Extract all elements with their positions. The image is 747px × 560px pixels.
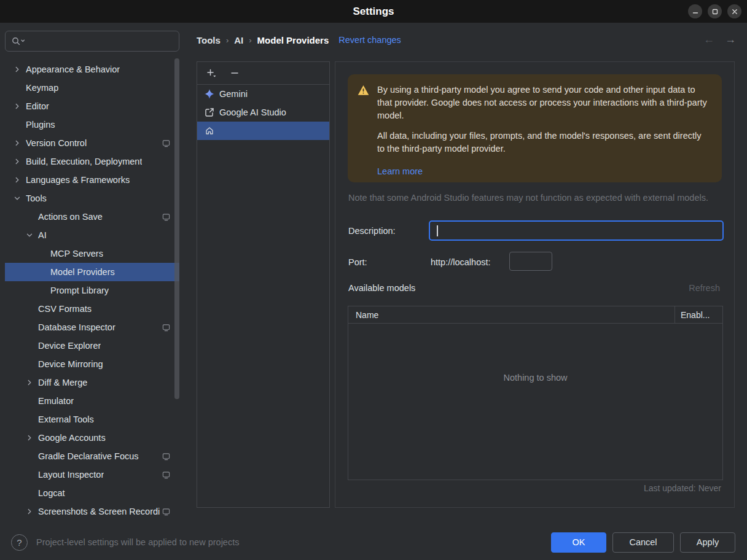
sidebar-item-label: Appearance & Behavior (26, 64, 120, 74)
sidebar-item-google-accounts[interactable]: Google Accounts (5, 429, 179, 447)
sidebar-item-plugins[interactable]: Plugins (5, 115, 179, 134)
sidebar-item-device-mirroring[interactable]: Device Mirroring (5, 355, 179, 373)
sidebar-item-diff-merge[interactable]: Diff & Merge (5, 373, 179, 392)
breadcrumb-ai[interactable]: AI (234, 35, 243, 45)
table-empty-text: Nothing to show (348, 324, 722, 383)
sidebar-item-layout-inspector[interactable]: Layout Inspector (5, 465, 179, 484)
sidebar-item-external-tools[interactable]: External Tools (5, 410, 179, 429)
column-header-enabled[interactable]: Enabl... (675, 306, 722, 323)
monitor-icon (162, 508, 170, 516)
sidebar-item-version-control[interactable]: Version Control (5, 134, 179, 152)
external-models-note: Note that some Android Studio features m… (348, 193, 708, 203)
sidebar-item-label: Gradle Declarative Focus (38, 451, 139, 461)
cancel-button[interactable]: Cancel (612, 532, 674, 553)
back-arrow-icon[interactable]: ← (703, 33, 714, 46)
monitor-icon (162, 324, 170, 332)
search-field[interactable] (5, 31, 179, 52)
home-icon (205, 126, 214, 136)
sidebar-item-label: CSV Formats (38, 304, 92, 314)
sidebar-item-appearance-behavior[interactable]: Appearance & Behavior (5, 60, 179, 79)
sidebar-item-screenshots-screen-recordi[interactable]: Screenshots & Screen Recordi (5, 502, 179, 519)
sidebar-item-gradle-declarative-focus[interactable]: Gradle Declarative Focus (5, 447, 179, 465)
sidebar-item-ai[interactable]: AI (5, 226, 179, 244)
column-header-name[interactable]: Name (348, 306, 675, 323)
port-prefix-label: http://localhost: (431, 257, 491, 267)
sidebar-item-emulator[interactable]: Emulator (5, 392, 179, 410)
close-button[interactable] (727, 4, 741, 18)
chevron-right-icon[interactable] (26, 434, 38, 441)
sidebar-item-build-execution-deployment[interactable]: Build, Execution, Deployment (5, 152, 179, 171)
maximize-button[interactable] (708, 4, 722, 18)
provider-item-google-ai-studio[interactable]: Google AI Studio (197, 103, 329, 122)
chevron-right-icon[interactable] (26, 379, 38, 386)
last-updated-label: Last updated: Never (644, 483, 721, 493)
sidebar-item-label: Model Providers (50, 267, 115, 277)
providers-toolbar (197, 62, 329, 85)
sidebar-item-database-inspector[interactable]: Database Inspector (5, 318, 179, 336)
warning-paragraph-1: By using a third-party model you agree t… (377, 84, 711, 122)
sidebar-item-mcp-servers[interactable]: MCP Servers (5, 244, 179, 263)
sidebar-item-label: Device Mirroring (38, 359, 103, 369)
chevron-right-icon[interactable] (14, 103, 26, 110)
sidebar-item-keymap[interactable]: Keymap (5, 79, 179, 97)
refresh-button[interactable]: Refresh (689, 283, 720, 293)
sidebar-scrollbar[interactable] (174, 58, 179, 399)
footer-note: Project-level settings will be applied t… (36, 537, 239, 547)
sidebar-item-label: Device Explorer (38, 341, 101, 351)
sidebar-item-label: Prompt Library (50, 286, 109, 295)
titlebar: Settings (0, 0, 747, 23)
sidebar-item-editor[interactable]: Editor (5, 97, 179, 115)
sidebar-item-languages-frameworks[interactable]: Languages & Frameworks (5, 171, 179, 189)
settings-sidebar: Appearance & BehaviorKeymapEditorPlugins… (5, 28, 179, 519)
sidebar-item-label: Tools (26, 193, 47, 203)
chevron-right-icon[interactable] (26, 508, 38, 515)
chevron-right-icon[interactable] (14, 139, 26, 147)
sidebar-item-label: MCP Servers (50, 249, 103, 259)
forward-arrow-icon[interactable]: → (725, 33, 736, 46)
sidebar-item-label: Languages & Frameworks (26, 175, 130, 185)
search-icon (11, 36, 26, 46)
sidebar-item-logcat[interactable]: Logcat (5, 484, 179, 502)
sidebar-item-label: Layout Inspector (38, 470, 104, 480)
settings-tree: Appearance & BehaviorKeymapEditorPlugins… (5, 60, 179, 519)
learn-more-link[interactable]: Learn more (377, 165, 423, 178)
minimize-button[interactable] (688, 4, 702, 18)
provider-item-label: Gemini (219, 89, 248, 99)
breadcrumb-model-providers: Model Providers (257, 35, 329, 45)
chevron-down-icon[interactable] (14, 195, 26, 202)
revert-changes-link[interactable]: Revert changes (338, 35, 401, 45)
sidebar-item-prompt-library[interactable]: Prompt Library (5, 281, 179, 300)
add-provider-button[interactable] (203, 65, 219, 81)
chevron-right-icon[interactable] (14, 158, 26, 165)
dialog-footer: ? Project-level settings will be applied… (0, 524, 747, 560)
sidebar-item-actions-on-save[interactable]: Actions on Save (5, 208, 179, 226)
description-input[interactable] (429, 220, 724, 241)
sidebar-item-model-providers[interactable]: Model Providers (5, 263, 179, 281)
port-input[interactable] (509, 252, 552, 271)
chevron-right-icon[interactable] (14, 66, 26, 73)
remove-provider-button[interactable] (227, 65, 243, 81)
sidebar-item-label: Database Inspector (38, 322, 115, 332)
provider-item-gemini[interactable]: Gemini (197, 85, 329, 103)
help-icon[interactable]: ? (11, 534, 28, 551)
minimize-icon (692, 9, 698, 15)
search-input[interactable] (29, 36, 173, 47)
provider-details-panel: By using a third-party model you agree t… (335, 61, 735, 508)
provider-item-new[interactable] (197, 122, 329, 140)
breadcrumb-tools[interactable]: Tools (197, 35, 221, 45)
sidebar-item-tools[interactable]: Tools (5, 189, 179, 208)
breadcrumb-separator-icon: › (249, 36, 251, 45)
sidebar-item-csv-formats[interactable]: CSV Formats (5, 300, 179, 318)
breadcrumb-separator-icon: › (226, 36, 229, 45)
settings-window: Settings Tools › AI › Model Providers Re… (0, 0, 747, 560)
chevron-down-icon[interactable] (26, 231, 38, 239)
providers-panel: GeminiGoogle AI Studio (197, 61, 330, 508)
sidebar-item-label: Emulator (38, 396, 74, 406)
sidebar-item-label: Google Accounts (38, 433, 106, 443)
apply-button[interactable]: Apply (680, 532, 735, 553)
sidebar-item-label: Logcat (38, 488, 65, 498)
gemini-icon (205, 89, 214, 99)
sidebar-item-device-explorer[interactable]: Device Explorer (5, 336, 179, 355)
chevron-right-icon[interactable] (14, 176, 26, 184)
ok-button[interactable]: OK (551, 532, 606, 553)
